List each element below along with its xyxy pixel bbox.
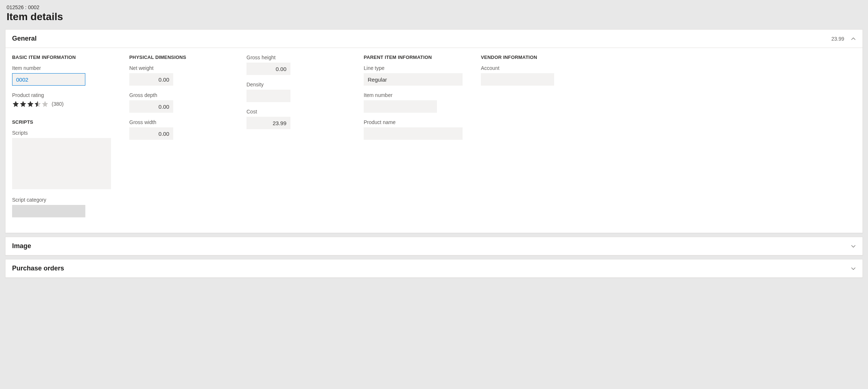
item-number-label: Item number: [12, 65, 115, 71]
group-parent-heading: PARENT ITEM INFORMATION: [364, 55, 466, 60]
rating-count: (380): [52, 101, 64, 107]
net-weight-input[interactable]: [129, 73, 173, 86]
panel-general-body: BASIC ITEM INFORMATION Item number Produ…: [5, 48, 863, 233]
parent-item-number-label: Item number: [364, 92, 466, 98]
product-name-label: Product name: [364, 119, 466, 125]
star-icon: [27, 100, 34, 108]
scripts-textarea[interactable]: [12, 138, 111, 189]
chevron-down-icon: [851, 266, 856, 271]
panel-purchase-orders-header[interactable]: Purchase orders: [5, 259, 863, 277]
group-scripts-heading: SCRIPTS: [12, 119, 115, 125]
gross-depth-label: Gross depth: [129, 92, 232, 98]
panel-general: General 23.99 BASIC ITEM INFORMATION Ite…: [5, 29, 863, 233]
group-physical-heading: PHYSICAL DIMENSIONS: [129, 55, 232, 60]
account-input[interactable]: [481, 73, 554, 86]
cost-input[interactable]: [246, 117, 290, 129]
line-type-label: Line type: [364, 65, 466, 71]
density-input[interactable]: [246, 90, 290, 102]
page-title: Item details: [5, 11, 863, 29]
account-label: Account: [481, 65, 561, 71]
chevron-down-icon: [851, 244, 856, 249]
panel-general-title: General: [12, 35, 37, 42]
gross-depth-input[interactable]: [129, 100, 173, 113]
product-rating-label: Product rating: [12, 92, 115, 98]
panel-general-summary: 23.99: [831, 36, 844, 42]
item-number-input[interactable]: [12, 73, 85, 86]
script-category-input[interactable]: [12, 205, 85, 217]
panel-purchase-orders-title: Purchase orders: [12, 265, 64, 272]
product-name-input[interactable]: [364, 127, 463, 140]
group-vendor-heading: VENDOR INFORMATION: [481, 55, 561, 60]
star-empty-icon: [41, 100, 49, 108]
panel-image-header[interactable]: Image: [5, 237, 863, 255]
net-weight-label: Net weight: [129, 65, 232, 71]
panel-image: Image: [5, 237, 863, 255]
gross-width-input[interactable]: [129, 127, 173, 140]
gross-height-input[interactable]: [246, 63, 290, 75]
panel-image-title: Image: [12, 242, 31, 250]
breadcrumb: 012526 : 0002: [5, 3, 863, 11]
star-half-icon: [34, 100, 41, 108]
star-icon: [12, 100, 19, 108]
gross-width-label: Gross width: [129, 119, 232, 125]
panel-purchase-orders: Purchase orders: [5, 259, 863, 278]
star-rating: [12, 100, 49, 108]
parent-item-number-input[interactable]: [364, 100, 437, 113]
cost-label: Cost: [246, 109, 349, 115]
chevron-up-icon: [851, 36, 856, 41]
scripts-label: Scripts: [12, 130, 115, 136]
product-rating-display: (380): [12, 100, 115, 108]
script-category-label: Script category: [12, 197, 115, 203]
gross-height-label: Gross height: [246, 55, 349, 60]
star-icon: [19, 100, 27, 108]
line-type-input[interactable]: [364, 73, 463, 86]
density-label: Density: [246, 82, 349, 87]
group-basic-heading: BASIC ITEM INFORMATION: [12, 55, 115, 60]
panel-general-header[interactable]: General 23.99: [5, 30, 863, 48]
